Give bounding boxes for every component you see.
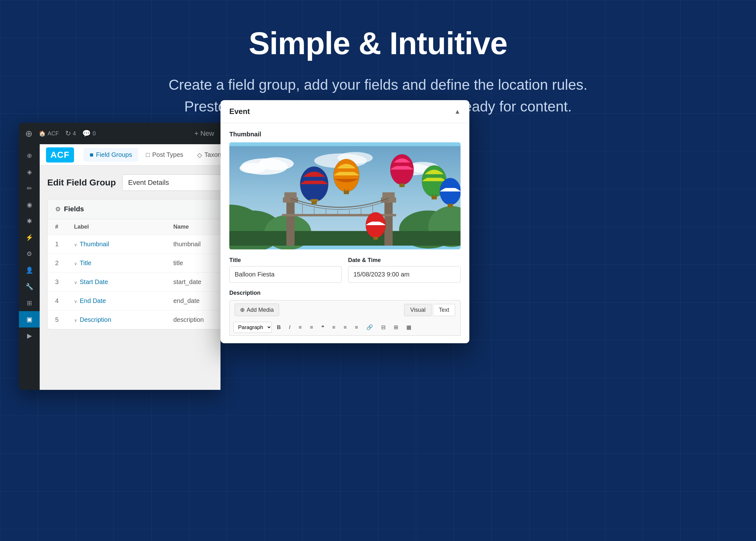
- add-media-icon: ⊕: [240, 306, 245, 313]
- table-row[interactable]: 4 ∨End Date end_date: [48, 291, 221, 310]
- table-row[interactable]: 1 ∨Thumbnail thumbnail: [48, 235, 221, 254]
- visual-text-tabs: Visual Text: [404, 304, 455, 316]
- svg-rect-17: [384, 199, 392, 246]
- sidebar-icon-grid[interactable]: ⊞: [19, 295, 40, 311]
- description-section: Description ⊕ Add Media Visual Text Para…: [229, 290, 460, 336]
- table-row[interactable]: 3 ∨Start Date start_date: [48, 273, 221, 291]
- link-button[interactable]: 🔗: [363, 322, 376, 332]
- acf-logo[interactable]: ACF: [46, 147, 74, 163]
- more-button[interactable]: ⊞: [390, 322, 401, 332]
- chevron-icon: ∨: [74, 280, 77, 285]
- post-types-icon: □: [146, 151, 150, 158]
- svg-rect-16: [285, 193, 297, 199]
- text-tab[interactable]: Text: [433, 304, 455, 316]
- event-panel-title: Event: [229, 107, 250, 116]
- admin-sidebar: ⊕ ◈ ✏ ◉ ✱ ⚡ ⚙ 👤 🔧 ⊞ ▣ ▶: [19, 144, 40, 390]
- hero-subtitle-line1: Create a field group, add your fields an…: [0, 74, 756, 96]
- hero-title: Simple & Intuitive: [0, 25, 756, 61]
- topbar-updates[interactable]: ↻ 4: [65, 130, 76, 138]
- table-row[interactable]: 5 ∨Description description: [48, 310, 221, 329]
- svg-rect-37: [344, 191, 349, 194]
- sidebar-icon-appearance[interactable]: ◈: [19, 164, 40, 180]
- sidebar-icon-lightning[interactable]: ⚡: [19, 229, 40, 246]
- edit-field-group-label: Edit Field Group: [47, 178, 116, 188]
- acf-nav-bar: ACF ■ Field Groups □ Post Types ◇ Taxono…: [40, 144, 221, 166]
- table-row[interactable]: 2 ∨Title title: [48, 254, 221, 273]
- italic-button[interactable]: I: [286, 322, 294, 332]
- topbar-site-name[interactable]: 🏠 ACF: [39, 130, 59, 137]
- bold-button[interactable]: B: [274, 322, 284, 332]
- unordered-list-button[interactable]: ≡: [296, 322, 305, 332]
- visual-tab[interactable]: Visual: [404, 304, 431, 316]
- datetime-field-input[interactable]: [348, 266, 460, 283]
- acf-nav-items: ■ Field Groups □ Post Types ◇ Taxonomies…: [84, 148, 221, 162]
- acf-nav-taxonomies[interactable]: ◇ Taxonomies: [191, 148, 221, 162]
- sidebar-icon-acf[interactable]: ▣: [19, 311, 40, 327]
- event-panel: Event ▲ Thumbnail: [221, 100, 469, 343]
- svg-rect-47: [431, 196, 437, 199]
- ordered-list-button[interactable]: ≡: [307, 322, 316, 332]
- edit-field-group-header: Edit Field Group: [47, 175, 221, 191]
- svg-rect-19: [382, 193, 395, 199]
- admin-body: ⊕ ◈ ✏ ◉ ✱ ⚡ ⚙ 👤 🔧 ⊞ ▣ ▶ ACF ■ Field Grou…: [19, 144, 221, 390]
- event-panel-toggle-button[interactable]: ▲: [454, 108, 460, 115]
- chevron-icon: ∨: [74, 242, 77, 247]
- align-left-button[interactable]: ≡: [329, 322, 339, 332]
- description-label: Description: [229, 290, 460, 296]
- align-center-button[interactable]: ≡: [341, 322, 350, 332]
- admin-main-content: ACF ■ Field Groups □ Post Types ◇ Taxono…: [40, 144, 221, 390]
- sidebar-icon-star[interactable]: ✱: [19, 213, 40, 229]
- blockquote-button[interactable]: ❝: [318, 322, 327, 332]
- title-field-group: Title: [229, 257, 342, 283]
- thumbnail-section-label: Thumbnail: [229, 131, 460, 138]
- svg-rect-52: [447, 204, 453, 207]
- sidebar-icon-wrench[interactable]: 🔧: [19, 278, 40, 295]
- svg-rect-13: [229, 231, 460, 245]
- grid-button[interactable]: ▦: [403, 322, 414, 332]
- description-toolbar: ⊕ Add Media Visual Text: [229, 300, 460, 319]
- topbar-new-button[interactable]: + New: [194, 130, 214, 138]
- editor-toolbar: Paragraph B I ≡ ≡ ❝ ≡ ≡ ≡ 🔗 ⊟ ⊞ ▦: [229, 319, 460, 336]
- event-panel-body: Thumbnail: [221, 123, 469, 343]
- datetime-field-group: Date & Time: [348, 257, 460, 283]
- taxonomies-icon: ◇: [197, 151, 202, 159]
- title-field-label: Title: [229, 257, 342, 264]
- svg-rect-14: [286, 199, 295, 246]
- fields-icon: ⚙: [55, 205, 61, 213]
- sidebar-icon-play[interactable]: ▶: [19, 327, 40, 344]
- sidebar-icon-tools[interactable]: ⚙: [19, 246, 40, 262]
- unlink-button[interactable]: ⊟: [378, 322, 389, 332]
- align-right-button[interactable]: ≡: [352, 322, 361, 332]
- balloon-scene-svg: [229, 142, 460, 250]
- fields-panel-title: Fields: [64, 205, 84, 213]
- thumbnail-image: [229, 142, 460, 250]
- chevron-icon: ∨: [74, 299, 77, 304]
- svg-rect-42: [399, 184, 405, 187]
- fields-panel-header: ⚙ Fields: [48, 199, 221, 219]
- sidebar-icon-circle[interactable]: ◉: [19, 197, 40, 213]
- wp-topbar: ⊕ 🏠 ACF ↻ 4 💬 0 + New: [19, 123, 221, 144]
- svg-point-3: [240, 163, 266, 173]
- wp-admin-panel: ⊕ 🏠 ACF ↻ 4 💬 0 + New ⊕ ◈ ✏ ◉ ✱ ⚡ ⚙ 👤 🔧 …: [19, 123, 221, 390]
- fields-table-body: 1 ∨Thumbnail thumbnail 2 ∨Title title 3 …: [48, 235, 221, 329]
- fields-panel: ⚙ Fields # Label Name 1 ∨Thumbnail thumb…: [47, 199, 221, 329]
- wp-logo-icon[interactable]: ⊕: [25, 129, 32, 139]
- svg-point-34: [310, 199, 319, 201]
- chevron-icon: ∨: [74, 261, 77, 266]
- svg-rect-55: [373, 237, 378, 240]
- paragraph-select[interactable]: Paragraph: [234, 322, 272, 333]
- title-field-input[interactable]: [229, 266, 342, 283]
- sidebar-icon-user[interactable]: 👤: [19, 262, 40, 278]
- topbar-comments[interactable]: 💬 0: [82, 130, 96, 138]
- field-groups-icon: ■: [90, 151, 94, 158]
- add-media-button[interactable]: ⊕ Add Media: [235, 303, 279, 316]
- event-panel-header: Event ▲: [221, 100, 469, 123]
- acf-nav-post-types[interactable]: □ Post Types: [140, 148, 190, 162]
- event-fields-row: Title Date & Time: [229, 257, 460, 283]
- sidebar-icon-logo[interactable]: ⊕: [19, 147, 40, 164]
- acf-nav-field-groups[interactable]: ■ Field Groups: [84, 148, 139, 162]
- fields-table-header: # Label Name: [48, 219, 221, 235]
- field-group-name-input[interactable]: [122, 175, 221, 191]
- sidebar-icon-pencil[interactable]: ✏: [19, 180, 40, 197]
- chevron-icon: ∨: [74, 318, 77, 323]
